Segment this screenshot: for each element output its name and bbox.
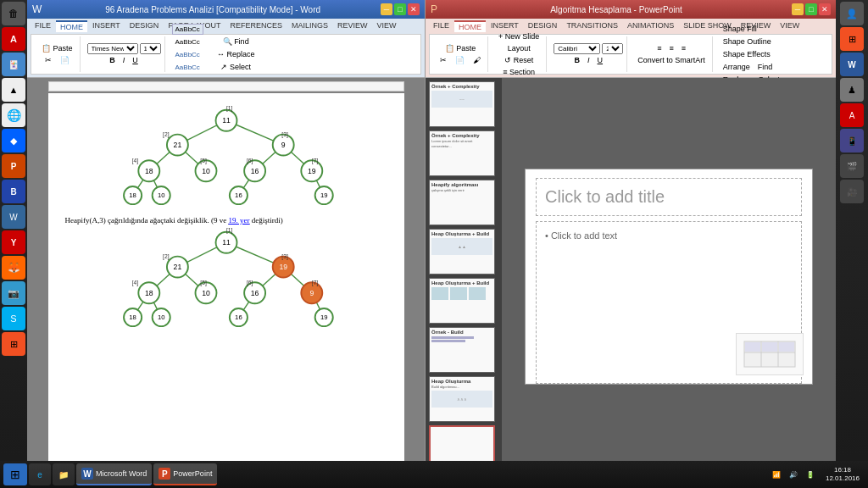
- word-find-button[interactable]: 🔍 Find: [214, 36, 259, 47]
- word-style-heading2[interactable]: AaBbCc: [172, 62, 203, 73]
- ppt-font-size-select[interactable]: 28: [602, 43, 623, 54]
- right-icon-reader[interactable]: A: [840, 103, 864, 127]
- left-icon-recyclebin[interactable]: 🗑: [2, 2, 25, 25]
- word-bold-button[interactable]: B: [106, 54, 119, 66]
- ppt-arrange-button[interactable]: Arrange: [720, 61, 754, 73]
- slide-18-thumb[interactable]: Heap Oluşturma + Build: [429, 278, 495, 324]
- word-style-nospacing[interactable]: AaBbCc: [172, 36, 203, 47]
- left-icon-firefox[interactable]: 🦊: [2, 256, 25, 280]
- right-icon-word[interactable]: W: [840, 53, 864, 76]
- tray-clock[interactable]: 16:18 12.01.2016: [821, 466, 865, 484]
- ppt-copy-button[interactable]: 📄: [452, 54, 468, 66]
- word-copy-button[interactable]: 📄: [57, 54, 73, 66]
- ppt-close-button[interactable]: ✕: [819, 3, 831, 15]
- ppt-underline-button[interactable]: U: [594, 54, 607, 66]
- taskbar-word[interactable]: W Microsoft Word: [76, 463, 152, 485]
- left-icon-chrome[interactable]: 🌐: [2, 103, 25, 127]
- right-icon-phones[interactable]: 📱: [840, 129, 864, 152]
- left-icon-yandex[interactable]: Y: [2, 230, 25, 254]
- word-minimize-button[interactable]: ─: [381, 3, 392, 15]
- ppt-minimize-button[interactable]: ─: [792, 3, 804, 15]
- ppt-tab-home[interactable]: HOME: [454, 20, 486, 32]
- left-icon-bim[interactable]: B: [2, 180, 25, 203]
- word-page[interactable]: 11 [1] 21 [2] 9 [3] 18 [4]: [48, 93, 404, 474]
- word-close-button[interactable]: ✕: [408, 3, 420, 15]
- word-font-size-select[interactable]: 10: [140, 43, 161, 54]
- ppt-formatpaint-button[interactable]: 🖌: [470, 54, 484, 66]
- svg-text:[7]: [7]: [311, 280, 318, 286]
- ppt-current-slide[interactable]: Click to add title • Click to add text: [525, 169, 813, 385]
- left-icon-dropbox[interactable]: ◆: [2, 129, 25, 152]
- right-icon-cinema2[interactable]: 🎥: [840, 180, 864, 203]
- slide-20-thumb[interactable]: Heap Oluşturma Build algoritması... ∧∧∧: [429, 376, 495, 422]
- slide-16-thumb[interactable]: Heapify algoritması çalışma şekli için v…: [429, 180, 495, 225]
- word-underline-button[interactable]: U: [129, 54, 142, 66]
- left-icon-lifeframe[interactable]: 📷: [2, 281, 25, 305]
- word-tab-view[interactable]: VIEW: [373, 20, 401, 32]
- slide-15-thumb[interactable]: Örnek + Complexity Lorem ipsum dolor sit…: [429, 130, 495, 176]
- left-icon-adobe[interactable]: A: [2, 27, 25, 51]
- ppt-tab-animations[interactable]: ANIMATIONS: [623, 20, 678, 32]
- taskbar-ppt[interactable]: P PowerPoint: [153, 463, 217, 485]
- svg-text:16: 16: [250, 167, 259, 175]
- ppt-tab-transitions[interactable]: TRANSITIONS: [562, 20, 622, 32]
- slide-19-thumb[interactable]: Örnek - Build: [429, 327, 495, 373]
- word-style-heading1[interactable]: AaBbCc: [172, 49, 203, 60]
- ppt-title-placeholder[interactable]: Click to add title: [536, 178, 802, 216]
- word-tab-home[interactable]: HOME: [56, 20, 87, 32]
- ppt-new-slide-button[interactable]: + New Slide: [495, 30, 542, 42]
- ppt-convert-smartart-button[interactable]: Convert to SmartArt: [634, 54, 709, 66]
- ppt-shape-effects-button[interactable]: Shape Effects: [720, 48, 774, 60]
- word-tab-review[interactable]: REVIEW: [333, 20, 372, 32]
- word-select-button[interactable]: ↗ Select: [214, 61, 259, 73]
- ppt-shape-fill-button[interactable]: Shape Fill: [720, 23, 760, 35]
- ppt-find-button[interactable]: Find: [754, 61, 776, 73]
- left-icon-winedit[interactable]: W: [2, 205, 25, 229]
- ppt-font-family-select[interactable]: Calibri: [554, 43, 600, 54]
- slide-17-thumb[interactable]: Heap Oluşturma + Build ▲▲: [429, 229, 495, 274]
- left-icon-skype[interactable]: S: [2, 307, 25, 330]
- slide-20-container: 20 Heap Oluşturma Build algoritması... ∧…: [429, 376, 498, 422]
- slide-14-thumb[interactable]: Örnek + Complexity ~~: [429, 81, 495, 127]
- tray-sound-icon[interactable]: 🔊: [787, 471, 800, 479]
- ppt-maximize-button[interactable]: □: [805, 3, 817, 15]
- word-tab-file[interactable]: FILE: [31, 20, 55, 32]
- right-icon-signin[interactable]: 👤: [840, 2, 864, 25]
- word-style-normal[interactable]: AaBbCc: [172, 24, 203, 35]
- word-maximize-button[interactable]: □: [394, 3, 406, 15]
- ppt-paste-button[interactable]: 📋 Paste: [442, 42, 480, 54]
- start-button[interactable]: ⊞: [3, 463, 27, 485]
- ppt-section-button[interactable]: ≡ Section: [499, 66, 538, 78]
- word-tab-insert[interactable]: INSERT: [88, 20, 125, 32]
- left-icon-pdf[interactable]: P: [2, 154, 25, 178]
- ppt-align-right-button[interactable]: ≡: [678, 42, 689, 54]
- taskbar-explorer[interactable]: 📁: [53, 463, 75, 485]
- word-italic-button[interactable]: I: [120, 54, 129, 66]
- word-tab-mailings[interactable]: MAILINGS: [287, 20, 332, 32]
- ppt-layout-button[interactable]: Layout: [504, 42, 534, 54]
- right-icon-cinema[interactable]: 🎬: [840, 154, 864, 178]
- right-icon-games[interactable]: ♟: [840, 78, 864, 102]
- left-icon-microsoft[interactable]: ⊞: [2, 332, 25, 356]
- word-replace-button[interactable]: ↔ Replace: [214, 48, 259, 60]
- left-icon-googledrive[interactable]: ▲: [2, 78, 25, 102]
- word-font-family-select[interactable]: Times New R...: [87, 43, 138, 54]
- ppt-reset-button[interactable]: ↺ Reset: [501, 54, 537, 66]
- word-paste-button[interactable]: 📋 Paste: [38, 42, 76, 54]
- ppt-cut-button[interactable]: ✂: [437, 54, 450, 66]
- ppt-bold-button[interactable]: B: [571, 54, 584, 66]
- word-tab-references[interactable]: REFERENCES: [226, 20, 287, 32]
- word-tab-design[interactable]: DESIGN: [125, 20, 164, 32]
- tray-network-icon[interactable]: 📶: [770, 471, 783, 479]
- ppt-italic-button[interactable]: I: [584, 54, 593, 66]
- word-cut-button[interactable]: ✂: [42, 54, 55, 66]
- tree-diagram-1: 11 [1] 21 [2] 9 [3] 18 [4]: [65, 106, 387, 208]
- ppt-align-left-button[interactable]: ≡: [654, 42, 665, 54]
- ppt-shape-outline-button[interactable]: Shape Outline: [720, 36, 775, 47]
- tray-battery-icon[interactable]: 🔋: [804, 471, 817, 479]
- ppt-tab-file[interactable]: FILE: [429, 20, 453, 32]
- left-icon-akilkart[interactable]: 🃏: [2, 53, 25, 76]
- taskbar-ie[interactable]: e: [29, 463, 51, 485]
- ppt-align-center-button[interactable]: ≡: [665, 42, 676, 54]
- right-icon-programs[interactable]: ⊞: [840, 27, 864, 51]
